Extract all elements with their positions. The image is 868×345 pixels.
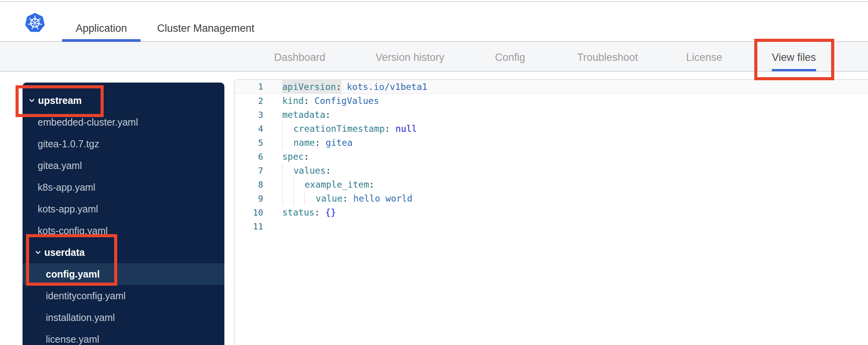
- tree-item-label: kots-app.yaml: [38, 204, 98, 215]
- code-line-8[interactable]: 8example_item:: [234, 178, 868, 191]
- code-line-text: values:: [272, 164, 868, 178]
- tab-view-files[interactable]: View files: [763, 42, 825, 71]
- code-line-text: spec:: [272, 150, 868, 164]
- code-line-4[interactable]: 4creationTimestamp: null: [234, 122, 868, 136]
- tab-license[interactable]: License: [677, 42, 731, 71]
- tree-item-label: embedded-cluster.yaml: [38, 117, 138, 128]
- indent-guide: [293, 191, 305, 205]
- tree-item-label: kots-config.yaml: [38, 225, 108, 236]
- code-line-text: apiVersion: kots.io/v1beta1: [272, 80, 868, 94]
- token-plain: [320, 136, 326, 150]
- token-str: kots.io/v1beta1: [347, 80, 427, 94]
- tree-item-label: gitea.yaml: [38, 160, 82, 171]
- line-number: 5: [234, 138, 272, 148]
- code-line-5[interactable]: 5name: gitea: [234, 136, 868, 150]
- token-punc: :: [369, 178, 375, 191]
- line-number: 6: [234, 152, 272, 162]
- line-number: 10: [234, 208, 272, 217]
- tree-file-k8s-app-yaml[interactable]: k8s-app.yaml: [23, 176, 224, 198]
- indent-guide: [293, 178, 305, 191]
- tab-version-history[interactable]: Version history: [367, 42, 453, 71]
- token-key: name: [293, 136, 315, 150]
- tree-file-embedded-cluster-yaml[interactable]: embedded-cluster.yaml: [23, 111, 224, 133]
- tree-file-kots-app-yaml[interactable]: kots-app.yaml: [23, 198, 224, 220]
- code-line-1[interactable]: 1apiVersion: kots.io/v1beta1: [234, 80, 868, 94]
- code-line-6[interactable]: 6spec:: [234, 150, 868, 164]
- token-punc: :: [336, 80, 341, 94]
- token-punc: :: [304, 94, 309, 108]
- line-number: 7: [234, 166, 272, 176]
- indent-guide: [282, 136, 293, 150]
- token-key: kind: [282, 94, 304, 108]
- code-lines: 1apiVersion: kots.io/v1beta12kind: Confi…: [234, 80, 868, 233]
- token-key: spec: [282, 150, 304, 164]
- code-line-11[interactable]: 11: [234, 219, 868, 233]
- token-key: example_item: [304, 178, 369, 191]
- line-number: 1: [234, 82, 272, 91]
- tree-file-gitea-1-0-7-tgz[interactable]: gitea-1.0.7.tgz: [23, 133, 224, 155]
- token-str: hello world: [353, 191, 412, 205]
- code-line-9[interactable]: 9value: hello world: [234, 191, 868, 205]
- indent-guide: [282, 191, 293, 205]
- token-punc: :: [304, 150, 309, 164]
- file-tree: upstreamembedded-cluster.yamlgitea-1.0.7…: [23, 83, 224, 345]
- token-const: null: [396, 122, 417, 136]
- tree-file-license-yaml[interactable]: license.yaml: [23, 328, 224, 345]
- tree-file-kots-config-yaml[interactable]: kots-config.yaml: [23, 220, 224, 242]
- tab-application[interactable]: Application: [62, 2, 141, 41]
- token-punc: :: [385, 122, 390, 136]
- code-line-7[interactable]: 7values:: [234, 164, 868, 178]
- code-line-10[interactable]: 10status: {}: [234, 205, 868, 219]
- token-punc: :: [342, 191, 348, 205]
- code-line-text: value: hello world: [272, 191, 868, 205]
- token-key: apiVersion: [282, 80, 336, 94]
- chevron-down-icon[interactable]: [29, 97, 35, 104]
- code-line-text: kind: ConfigValues: [272, 94, 868, 108]
- line-number: 11: [234, 222, 272, 231]
- tree-file-identityconfig-yaml[interactable]: identityconfig.yaml: [23, 285, 224, 307]
- token-punc: :: [314, 205, 320, 219]
- line-number: 4: [234, 124, 272, 134]
- token-plain: [348, 191, 353, 205]
- indent-guide: [304, 191, 316, 205]
- code-line-3[interactable]: 3metadata:: [234, 108, 868, 122]
- app-sub-nav: Dashboard Version history Config Trouble…: [0, 42, 868, 72]
- token-plain: [309, 94, 314, 108]
- token-punc: :: [325, 108, 331, 122]
- code-line-text: creationTimestamp: null: [272, 122, 868, 136]
- tree-item-label: config.yaml: [46, 269, 100, 280]
- tree-item-label: license.yaml: [46, 334, 99, 345]
- tree-item-label: identityconfig.yaml: [46, 290, 126, 302]
- kubernetes-logo-icon: [24, 11, 46, 35]
- token-key: values: [293, 164, 326, 178]
- chevron-down-icon[interactable]: [35, 249, 41, 255]
- tree-folder-userdata[interactable]: userdata: [23, 242, 224, 263]
- tree-file-gitea-yaml[interactable]: gitea.yaml: [23, 155, 224, 176]
- token-plain: [341, 80, 347, 94]
- tab-cluster-management[interactable]: Cluster Management: [153, 2, 258, 41]
- line-number: 3: [234, 110, 272, 120]
- token-const: {}: [325, 205, 336, 219]
- line-number: 8: [234, 180, 272, 190]
- tree-file-installation-yaml[interactable]: installation.yaml: [23, 307, 224, 328]
- token-key: creationTimestamp: [293, 122, 385, 136]
- code-editor[interactable]: 1apiVersion: kots.io/v1beta12kind: Confi…: [234, 79, 868, 345]
- code-line-text: metadata:: [272, 108, 868, 122]
- tree-folder-upstream[interactable]: upstream: [23, 90, 224, 111]
- code-line-2[interactable]: 2kind: ConfigValues: [234, 94, 868, 108]
- tab-config[interactable]: Config: [486, 42, 534, 71]
- line-number: 9: [234, 194, 272, 204]
- token-plain: [390, 122, 396, 136]
- token-key: metadata: [282, 108, 325, 122]
- code-line-text: status: {}: [272, 205, 868, 219]
- tab-troubleshoot[interactable]: Troubleshoot: [569, 42, 647, 71]
- tab-dashboard[interactable]: Dashboard: [266, 42, 334, 71]
- tree-item-label: installation.yaml: [46, 312, 115, 323]
- indent-guide: [282, 178, 293, 191]
- tree-item-label: gitea-1.0.7.tgz: [38, 138, 99, 150]
- tree-item-label: upstream: [38, 95, 82, 106]
- token-key: value: [316, 191, 342, 205]
- token-punc: :: [326, 164, 331, 178]
- code-line-text: name: gitea: [272, 136, 868, 150]
- tree-file-config-yaml[interactable]: config.yaml: [23, 263, 224, 285]
